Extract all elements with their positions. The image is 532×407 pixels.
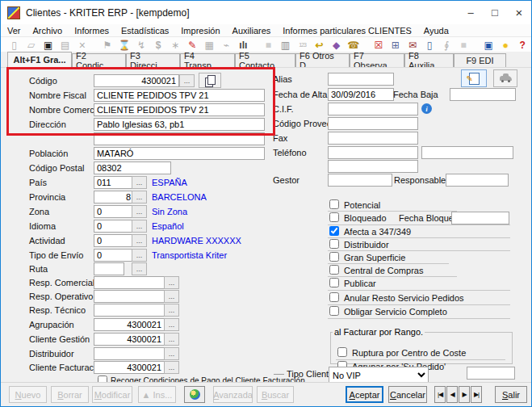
delete-icon[interactable]: × xyxy=(73,38,90,52)
nav-next-button[interactable]: ▶ xyxy=(459,386,470,403)
pais-code-input[interactable] xyxy=(94,176,134,189)
modificar-button[interactable]: Modificar xyxy=(92,386,132,403)
responsable-input[interactable] xyxy=(446,174,509,187)
maximize-button[interactable]: □ xyxy=(483,2,507,24)
tip-lightbulb-icon[interactable]: ● xyxy=(497,38,514,52)
undo-arrow-icon[interactable]: ↩ xyxy=(311,38,328,52)
note-edit-button[interactable]: ✎ xyxy=(461,69,487,87)
attachment-paperclip-icon[interactable]: ∮ xyxy=(438,38,455,52)
panel-blank2-icon[interactable]: ■ xyxy=(455,38,472,52)
open-folder-icon[interactable]: ▱ xyxy=(23,38,40,52)
prices-dollar-icon[interactable]: $ xyxy=(150,38,167,52)
direccion2-input[interactable] xyxy=(94,132,265,145)
numeric-list-icon[interactable]: 123 xyxy=(294,38,311,52)
notes-pen-icon[interactable]: ✎ xyxy=(184,38,201,52)
tipo-envio-code-input[interactable] xyxy=(94,249,134,262)
info-icon[interactable]: i xyxy=(421,103,432,114)
cliente-gestion-lookup-button[interactable]: ... xyxy=(164,333,179,346)
calendar-window-icon[interactable]: ⊞ xyxy=(387,38,404,52)
resp-tecnico-lookup-button[interactable]: ... xyxy=(164,304,179,317)
agrupacion-lookup-button[interactable]: ... xyxy=(164,318,179,331)
codigo-postal-input[interactable] xyxy=(94,162,171,174)
fax-input[interactable] xyxy=(328,132,418,145)
central-compras-checkbox[interactable] xyxy=(329,265,339,275)
tab-contactos[interactable]: F5 Contacto... xyxy=(235,53,295,67)
telephone-icon[interactable]: ☎ xyxy=(345,38,362,52)
gestor-input[interactable] xyxy=(328,174,392,187)
zona-code-input[interactable] xyxy=(94,205,134,218)
cancelar-button[interactable]: Cancelar xyxy=(388,386,427,403)
tab-otros-datos[interactable]: F6 Otros D... xyxy=(295,53,350,67)
telefono-input-2[interactable] xyxy=(421,146,513,159)
menu-item-estadisticas[interactable]: Estadísticas xyxy=(121,26,169,36)
tab-direcciones[interactable]: F3 Direcci... xyxy=(126,53,180,67)
calendar-delete-icon[interactable]: ☒ xyxy=(370,38,387,52)
tab-edi[interactable]: F9 EDI xyxy=(454,53,506,67)
actividad-code-input[interactable] xyxy=(94,234,134,247)
edit-record-icon[interactable]: ▤ xyxy=(57,38,73,52)
telefono-input-1[interactable] xyxy=(328,146,418,159)
resp-tecnico-input[interactable] xyxy=(94,304,165,317)
cliente-facturacion-lookup-button[interactable]: ... xyxy=(164,361,179,374)
nombre-fiscal-input[interactable] xyxy=(94,89,265,102)
menu-item-archivo[interactable]: Archivo xyxy=(33,26,63,36)
minimize-button[interactable]: – xyxy=(459,2,483,24)
afecta-347-349-checkbox[interactable] xyxy=(329,226,339,236)
tab-general[interactable]: Alt+F1 Gra... xyxy=(7,52,72,67)
codigo-proveedor-input[interactable] xyxy=(328,117,418,130)
menu-item-impresion[interactable]: Impresión xyxy=(181,26,220,36)
multi-action-icon[interactable]: ∗ xyxy=(167,38,184,52)
nuevo-button[interactable]: Nuevo xyxy=(9,386,47,403)
insertar-button[interactable]: ▲ Ins... xyxy=(138,386,176,403)
nombre-comercial-input[interactable] xyxy=(94,103,265,116)
menu-item-ayuda[interactable]: Ayuda xyxy=(424,26,449,36)
buscar-button[interactable]: Buscar xyxy=(257,386,294,403)
menu-item-ver[interactable]: Ver xyxy=(7,26,21,36)
cliente-gestion-input[interactable] xyxy=(94,333,165,346)
resp-operativo-input[interactable] xyxy=(94,290,165,303)
alias-input[interactable] xyxy=(328,73,394,86)
tipo-cliente-select[interactable]: No VIP xyxy=(329,367,429,384)
direccion-input[interactable] xyxy=(94,118,265,131)
save-icon[interactable]: ▣ xyxy=(40,38,57,52)
user-key-icon[interactable]: ◆ xyxy=(328,38,345,52)
resp-comercial-input[interactable] xyxy=(94,276,165,289)
detail-view-icon[interactable]: ▥ xyxy=(277,38,294,52)
potencial-checkbox[interactable] xyxy=(329,199,339,209)
document-report-icon[interactable]: ▯ xyxy=(421,38,438,52)
fecha-alta-input[interactable] xyxy=(328,88,394,101)
nav-first-button[interactable]: |◀ xyxy=(434,386,446,403)
tab-transporte[interactable]: F4 Transp.... xyxy=(180,53,235,67)
zona-lookup-button[interactable]: ... xyxy=(132,205,147,218)
hourglass-icon[interactable]: ⌛ xyxy=(115,38,132,52)
statistics-chart-icon[interactable]: ılı xyxy=(235,38,252,52)
publicar-checkbox[interactable] xyxy=(329,278,339,287)
table-grid-icon[interactable]: ▦ xyxy=(201,38,218,52)
workstation-icon[interactable]: ▣ xyxy=(480,38,497,52)
globe-button[interactable] xyxy=(184,386,205,403)
codigo-lookup-button[interactable]: ... xyxy=(179,74,195,87)
salir-button[interactable]: Salir xyxy=(495,386,527,403)
gran-superficie-checkbox[interactable] xyxy=(329,252,339,262)
codigo-copy-button[interactable] xyxy=(199,73,221,88)
agrupacion-input[interactable] xyxy=(94,318,165,331)
borrar-button[interactable]: Borrar xyxy=(51,386,89,403)
tab-auxiliar[interactable]: F8 Auxilia... xyxy=(404,53,454,67)
help-question-icon[interactable]: ? xyxy=(514,38,531,52)
fecha-bloqueo-input[interactable] xyxy=(451,212,509,224)
actividad-lookup-button[interactable]: ... xyxy=(132,234,147,247)
quick-edit-icon[interactable]: ↯ xyxy=(132,38,149,52)
distribuidor-lookup-button[interactable]: ... xyxy=(164,347,179,360)
tab-condiciones[interactable]: F2 Condic.... xyxy=(72,53,126,67)
provincia-lookup-button[interactable]: ... xyxy=(132,191,147,204)
codigo-input[interactable] xyxy=(94,74,179,87)
cif-input[interactable] xyxy=(328,103,418,115)
idioma-code-input[interactable] xyxy=(94,220,134,233)
fecha-baja-input[interactable] xyxy=(450,88,516,101)
ruptura-centro-coste-checkbox[interactable] xyxy=(337,347,347,357)
menu-item-informes-particulares[interactable]: Informes particulares CLIENTES xyxy=(283,26,412,36)
poblacion-input[interactable] xyxy=(94,147,265,160)
tab-observaciones[interactable]: F7 Observa... xyxy=(350,53,404,67)
panel-blank-icon[interactable]: ■ xyxy=(260,38,277,52)
distribuidor-checkbox[interactable] xyxy=(329,239,339,249)
